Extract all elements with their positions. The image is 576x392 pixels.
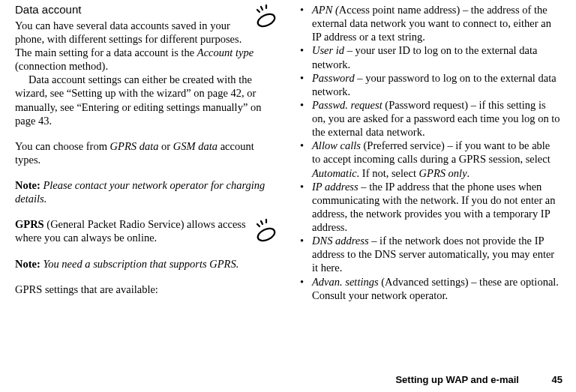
network-icon — [252, 219, 280, 244]
list-item: Advan. settings (Advanced settings) – th… — [296, 275, 561, 302]
types-paragraph: You can choose from GPRS data or GSM dat… — [15, 139, 280, 166]
text: (General Packet Radio Service) allows ac… — [15, 218, 246, 244]
text: You can choose from — [15, 140, 110, 152]
text: GPRS data — [110, 140, 159, 152]
desc: . — [467, 167, 470, 179]
term: DNS address — [312, 235, 369, 247]
term: User id — [312, 44, 344, 56]
note-text: Please contact your network operator for… — [15, 179, 265, 205]
note-text: You need a subscription that supports GP… — [40, 258, 239, 270]
svg-point-0 — [256, 12, 277, 29]
page-footer: Setting up WAP and e-mail 45 — [395, 374, 562, 386]
term: Advan. settings — [312, 276, 379, 288]
wizard-paragraph: Data account settings can either be crea… — [15, 73, 280, 127]
settings-lead-in: GPRS settings that are available: — [15, 283, 280, 296]
desc: Access point name address) – the address… — [312, 4, 551, 43]
svg-line-2 — [261, 7, 262, 10]
list-item: IP address – the IP address that the pho… — [296, 180, 561, 235]
right-column: APN (Access point name address) – the ad… — [288, 3, 568, 360]
term: Password — [312, 72, 355, 84]
note-1: Note: Please contact your network operat… — [15, 178, 280, 205]
gprs-paragraph: GPRS (General Packet Radio Service) allo… — [15, 217, 280, 244]
svg-point-4 — [256, 226, 277, 244]
option: Automatic — [312, 167, 357, 179]
note-label: Note: — [15, 258, 40, 270]
gprs-label: GPRS — [15, 218, 44, 230]
term: APN ( — [312, 4, 339, 16]
network-icon — [252, 4, 280, 30]
intro-paragraph: You can have several data accounts saved… — [15, 19, 280, 73]
list-item: Allow calls (Preferred service) – if you… — [296, 139, 561, 179]
note-2: Note: You need a subscription that suppo… — [15, 257, 280, 271]
term: IP address — [312, 181, 358, 193]
text: (connection method). — [15, 60, 108, 72]
settings-list: APN (Access point name address) – the ad… — [296, 3, 561, 302]
desc: . If not, select — [357, 167, 419, 179]
section-heading: Data account — [15, 3, 280, 17]
svg-line-5 — [257, 224, 260, 226]
text: Account type — [197, 46, 254, 58]
list-item: APN (Access point name address) – the ad… — [296, 3, 561, 43]
svg-line-6 — [261, 221, 262, 224]
text: GSM data — [173, 140, 218, 152]
list-item: User id – your user ID to log on to the … — [296, 43, 561, 70]
term: Allow calls — [312, 139, 361, 151]
page-body: Data account You can have several data a… — [0, 0, 576, 360]
desc: – your user ID to log on to the external… — [312, 44, 537, 70]
list-item: Passwd. request (Password request) – if … — [296, 98, 561, 139]
list-item: DNS address – if the network does not pr… — [296, 234, 561, 274]
svg-line-1 — [257, 10, 260, 12]
text: or — [158, 140, 172, 152]
footer-section: Setting up WAP and e-mail — [395, 374, 518, 385]
option: GPRS only — [419, 167, 467, 179]
list-item: Password – your password to log on to th… — [296, 71, 561, 98]
left-column: Data account You can have several data a… — [8, 3, 288, 360]
note-label: Note: — [15, 179, 40, 191]
page-number: 45 — [552, 374, 562, 385]
term: Passwd. request — [312, 99, 382, 111]
